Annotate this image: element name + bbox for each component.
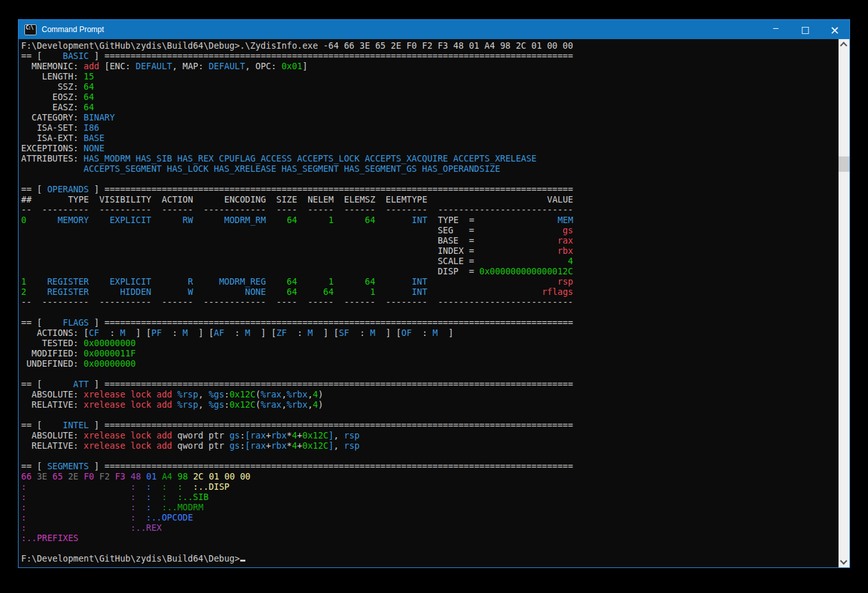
terminal-line: BASE = rax bbox=[21, 235, 838, 246]
terminal-line: 66 3E 65 2E F0 F2 F3 48 01 A4 98 2C 01 0… bbox=[21, 471, 838, 481]
terminal-line: ATTRIBUTES: HAS_MODRM HAS_SIB HAS_REX CP… bbox=[21, 153, 838, 163]
maximize-icon: □ bbox=[801, 24, 809, 35]
terminal-line: SEG = gs bbox=[21, 225, 838, 235]
terminal-line: MNEMONIC: add [ENC: DEFAULT, MAP: DEFAUL… bbox=[21, 61, 838, 71]
terminal-line: :..PREFIXES bbox=[21, 533, 838, 543]
terminal-line: ABSOLUTE: xrelease lock add %rsp, %gs:0x… bbox=[21, 389, 838, 399]
terminal-line bbox=[21, 307, 838, 317]
terminal-line: INDEX = rbx bbox=[21, 246, 838, 256]
terminal-line: == [ OPERANDS ] ========================… bbox=[21, 184, 838, 194]
terminal-line: F:\Development\GitHub\zydis\Build64\Debu… bbox=[21, 40, 838, 51]
terminal: F:\Development\GitHub\zydis\Build64\Debu… bbox=[19, 39, 849, 567]
terminal-line: : : : : : :..DISP bbox=[21, 481, 838, 492]
scrollbar[interactable] bbox=[839, 39, 849, 567]
terminal-line: LENGTH: 15 bbox=[21, 71, 838, 81]
terminal-line: EASZ: 64 bbox=[21, 102, 838, 112]
terminal-line: == [ BASIC ] ===========================… bbox=[21, 51, 838, 61]
terminal-line: -- --------- ---------- ------ ---------… bbox=[21, 205, 838, 215]
minimize-icon: ─ bbox=[773, 24, 778, 33]
terminal-line: == [ FLAGS ] ===========================… bbox=[21, 317, 838, 328]
terminal-line: SSZ: 64 bbox=[21, 81, 838, 92]
scroll-down-arrow-icon[interactable] bbox=[839, 556, 849, 567]
console-icon[interactable]: C:\ bbox=[24, 24, 37, 35]
terminal-line: : : :..OPCODE bbox=[21, 512, 838, 522]
terminal-line: == [ ATT ] =============================… bbox=[21, 379, 838, 389]
scrollbar-thumb[interactable] bbox=[839, 156, 849, 172]
command-prompt-window: C:\ Command Prompt ─ □ × F:\Development\… bbox=[18, 19, 850, 568]
terminal-line bbox=[21, 174, 838, 184]
text-cursor bbox=[240, 560, 245, 562]
terminal-line bbox=[21, 451, 838, 461]
terminal-line: : : : : :..SIB bbox=[21, 492, 838, 502]
terminal-line bbox=[21, 410, 838, 420]
terminal-line: ABSOLUTE: xrelease lock add qword ptr gs… bbox=[21, 430, 838, 440]
close-button[interactable]: × bbox=[820, 20, 849, 39]
terminal-line: ISA-EXT: BASE bbox=[21, 133, 838, 143]
close-icon: × bbox=[830, 23, 839, 37]
terminal-line bbox=[21, 369, 838, 379]
terminal-line: RELATIVE: xrelease lock add %rsp, %gs:0x… bbox=[21, 399, 838, 410]
terminal-line: == [ INTEL ] ===========================… bbox=[21, 420, 838, 430]
caption-buttons: ─ □ × bbox=[761, 20, 849, 39]
terminal-line: CATEGORY: BINARY bbox=[21, 112, 838, 122]
terminal-line: F:\Development\GitHub\zydis\Build64\Debu… bbox=[21, 553, 838, 564]
terminal-line: TESTED: 0x00000000 bbox=[21, 338, 838, 348]
terminal-line: EXCEPTIONS: NONE bbox=[21, 143, 838, 153]
terminal-line: ACTIONS: [CF : M ] [PF : M ] [AF : M ] [… bbox=[21, 328, 838, 338]
terminal-line: EOSZ: 64 bbox=[21, 92, 838, 102]
terminal-line: : :..REX bbox=[21, 522, 838, 533]
terminal-line: DISP = 0x000000000000012C bbox=[21, 266, 838, 276]
terminal-line: UNDEFINED: 0x00000000 bbox=[21, 358, 838, 369]
maximize-button[interactable]: □ bbox=[790, 20, 820, 39]
terminal-line: -- --------- ---------- ------ ---------… bbox=[21, 297, 838, 307]
terminal-line: RELATIVE: xrelease lock add qword ptr gs… bbox=[21, 440, 838, 451]
terminal-line: ISA-SET: I86 bbox=[21, 122, 838, 133]
terminal-line: 0 MEMORY EXPLICIT RW MODRM_RM 64 1 64 IN… bbox=[21, 215, 838, 225]
terminal-line: == [ SEGMENTS ] ========================… bbox=[21, 461, 838, 471]
minimize-button[interactable]: ─ bbox=[761, 20, 790, 39]
scroll-up-arrow-icon[interactable] bbox=[839, 39, 849, 50]
terminal-line bbox=[21, 543, 838, 553]
terminal-line: ## TYPE VISIBILITY ACTION ENCODING SIZE … bbox=[21, 194, 838, 205]
terminal-line: 1 REGISTER EXPLICIT R MODRM_REG 64 1 64 … bbox=[21, 276, 838, 287]
terminal-line: : : : :..MODRM bbox=[21, 502, 838, 512]
terminal-line: ACCEPTS_SEGMENT HAS_LOCK HAS_XRELEASE HA… bbox=[21, 163, 838, 174]
terminal-output: F:\Development\GitHub\zydis\Build64\Debu… bbox=[21, 40, 838, 564]
terminal-line: SCALE = 4 bbox=[21, 256, 838, 266]
terminal-line: MODIFIED: 0x0000011F bbox=[21, 348, 838, 358]
terminal-line: 2 REGISTER HIDDEN W NONE 64 64 1 INT rfl… bbox=[21, 287, 838, 297]
window-title: Command Prompt bbox=[42, 25, 104, 34]
title-bar[interactable]: C:\ Command Prompt ─ □ × bbox=[19, 20, 849, 39]
